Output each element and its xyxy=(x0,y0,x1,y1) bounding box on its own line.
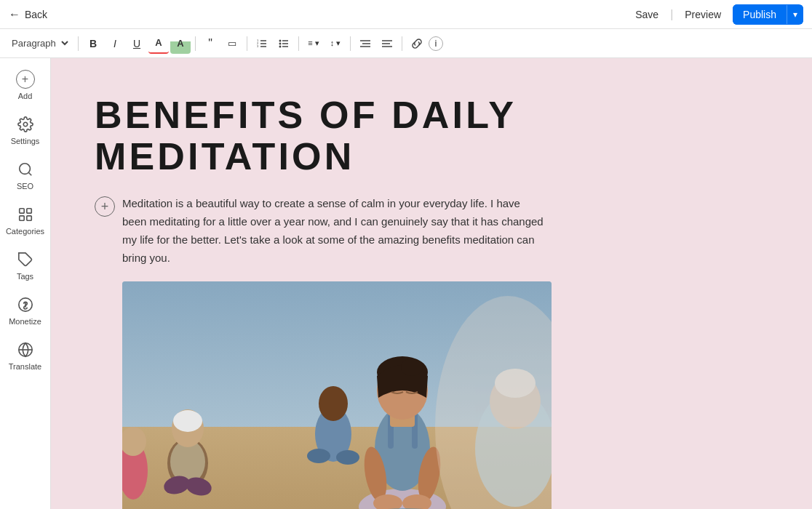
toolbar-divider-6 xyxy=(402,36,402,51)
svg-point-39 xyxy=(173,410,202,432)
sidebar-tags-label: Tags xyxy=(17,272,33,281)
text-color-button[interactable]: A xyxy=(148,33,169,54)
publish-dropdown-button[interactable]: ▾ xyxy=(787,5,803,24)
globe-icon xyxy=(16,340,35,359)
sidebar-settings-label: Settings xyxy=(11,137,40,145)
svg-line-20 xyxy=(28,172,31,175)
bold-button[interactable]: B xyxy=(83,33,103,54)
article-image xyxy=(122,281,552,509)
svg-point-6 xyxy=(279,39,282,41)
paragraph-style-select[interactable]: Paragraph xyxy=(6,36,71,51)
editor-toolbar: Paragraph B I U A A " ▭ 123 ≡ ▾ ↕ ▾ i xyxy=(0,29,812,58)
top-bar: ← Back Save | Preview Publish ▾ xyxy=(0,0,812,29)
preview-button[interactable]: Preview xyxy=(679,6,727,23)
sidebar-item-seo[interactable]: SEO xyxy=(4,154,47,196)
svg-point-55 xyxy=(401,358,423,376)
sidebar-item-settings[interactable]: Settings xyxy=(4,109,47,151)
back-button[interactable]: ← Back xyxy=(9,8,47,21)
publish-button[interactable]: Publish xyxy=(733,4,787,25)
toolbar-divider-3 xyxy=(247,36,247,51)
info-button[interactable]: i xyxy=(429,36,443,51)
plus-circle-icon: + xyxy=(16,70,35,89)
sidebar-monetize-label: Monetize xyxy=(9,317,41,326)
back-label: Back xyxy=(25,9,47,20)
underline-button[interactable]: U xyxy=(127,33,147,54)
back-arrow-icon: ← xyxy=(9,8,20,21)
sidebar-item-add[interactable]: + Add xyxy=(4,64,47,106)
sidebar-add-label: Add xyxy=(18,92,33,100)
sidebar-item-tags[interactable]: Tags xyxy=(4,244,47,286)
svg-rect-22 xyxy=(26,209,31,213)
sidebar-item-categories[interactable]: Categories xyxy=(4,199,47,241)
italic-button[interactable]: I xyxy=(105,33,125,54)
ordered-list-button[interactable]: 123 xyxy=(252,33,272,54)
highlight-button[interactable]: A xyxy=(170,33,191,54)
indent-more-button[interactable] xyxy=(355,33,375,54)
blockquote-button[interactable]: " xyxy=(200,33,220,54)
sidebar-translate-label: Translate xyxy=(9,362,41,371)
intro-block: + Meditation is a beautiful way to creat… xyxy=(95,195,768,267)
align-button[interactable]: ≡ ▾ xyxy=(303,33,324,54)
search-icon xyxy=(16,160,35,179)
indent-less-button[interactable] xyxy=(377,33,397,54)
save-button[interactable]: Save xyxy=(629,6,664,23)
link-button[interactable] xyxy=(407,33,427,54)
unordered-list-button[interactable] xyxy=(274,33,294,54)
sidebar-seo-label: SEO xyxy=(17,182,33,191)
top-bar-actions: Save | Preview Publish ▾ xyxy=(629,4,803,25)
svg-text:3: 3 xyxy=(257,44,259,48)
sidebar-item-translate[interactable]: Translate xyxy=(4,334,47,377)
svg-point-8 xyxy=(279,45,282,47)
toolbar-divider-2 xyxy=(195,36,196,51)
toolbar-divider-1 xyxy=(78,36,79,51)
sidebar-categories-label: Categories xyxy=(6,227,44,236)
svg-point-47 xyxy=(336,450,359,465)
grid-icon xyxy=(16,205,35,224)
tag-icon xyxy=(16,250,35,269)
svg-point-18 xyxy=(23,122,28,127)
svg-rect-23 xyxy=(19,216,23,220)
article-title: BENEFITS OF DAILY MEDITATION xyxy=(95,95,768,177)
sidebar: + Add Settings SEO xyxy=(0,58,51,509)
toolbar-divider-4 xyxy=(298,36,299,51)
sidebar-item-monetize[interactable]: Monetize xyxy=(4,289,47,332)
content-area[interactable]: BENEFITS OF DAILY MEDITATION + Meditatio… xyxy=(51,58,812,509)
svg-point-7 xyxy=(279,42,282,44)
gear-icon xyxy=(16,115,35,134)
line-height-button[interactable]: ↕ ▾ xyxy=(325,33,346,54)
svg-rect-24 xyxy=(26,216,31,220)
svg-rect-21 xyxy=(19,209,23,213)
article-intro: Meditation is a beautiful way to create … xyxy=(122,195,544,267)
toolbar-divider-5 xyxy=(350,36,351,51)
plus-icon: + xyxy=(101,200,109,213)
add-block-button[interactable]: + xyxy=(95,196,115,217)
svg-point-45 xyxy=(319,386,348,421)
publish-button-group: Publish ▾ xyxy=(733,4,803,25)
main-layout: + Add Settings SEO xyxy=(0,58,812,509)
dollar-icon xyxy=(16,295,35,314)
embed-button[interactable]: ▭ xyxy=(222,33,242,54)
svg-point-19 xyxy=(19,164,30,175)
svg-point-46 xyxy=(307,449,330,463)
